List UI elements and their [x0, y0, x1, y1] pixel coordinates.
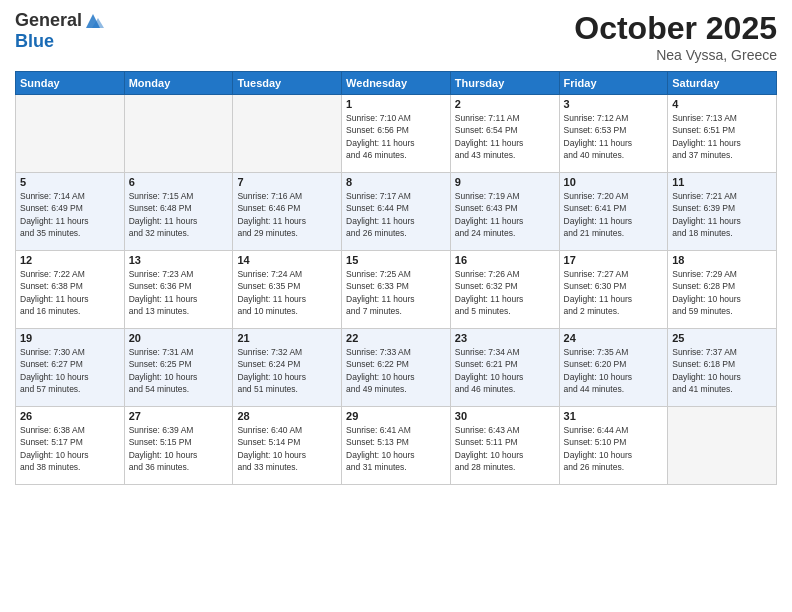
week-row-3: 12Sunrise: 7:22 AM Sunset: 6:38 PM Dayli…	[16, 251, 777, 329]
calendar-cell: 17Sunrise: 7:27 AM Sunset: 6:30 PM Dayli…	[559, 251, 668, 329]
header-row: SundayMondayTuesdayWednesdayThursdayFrid…	[16, 72, 777, 95]
calendar-cell: 14Sunrise: 7:24 AM Sunset: 6:35 PM Dayli…	[233, 251, 342, 329]
week-row-2: 5Sunrise: 7:14 AM Sunset: 6:49 PM Daylig…	[16, 173, 777, 251]
logo-icon	[82, 10, 104, 32]
day-info: Sunrise: 7:11 AM Sunset: 6:54 PM Dayligh…	[455, 112, 555, 161]
day-number: 1	[346, 98, 446, 110]
calendar-cell: 29Sunrise: 6:41 AM Sunset: 5:13 PM Dayli…	[342, 407, 451, 485]
day-number: 2	[455, 98, 555, 110]
month-title: October 2025	[574, 10, 777, 47]
calendar-cell: 12Sunrise: 7:22 AM Sunset: 6:38 PM Dayli…	[16, 251, 125, 329]
calendar-cell: 27Sunrise: 6:39 AM Sunset: 5:15 PM Dayli…	[124, 407, 233, 485]
day-number: 21	[237, 332, 337, 344]
day-number: 9	[455, 176, 555, 188]
calendar-cell: 11Sunrise: 7:21 AM Sunset: 6:39 PM Dayli…	[668, 173, 777, 251]
calendar-cell: 30Sunrise: 6:43 AM Sunset: 5:11 PM Dayli…	[450, 407, 559, 485]
calendar-cell: 6Sunrise: 7:15 AM Sunset: 6:48 PM Daylig…	[124, 173, 233, 251]
calendar-cell: 25Sunrise: 7:37 AM Sunset: 6:18 PM Dayli…	[668, 329, 777, 407]
calendar-cell: 2Sunrise: 7:11 AM Sunset: 6:54 PM Daylig…	[450, 95, 559, 173]
col-header-thursday: Thursday	[450, 72, 559, 95]
day-info: Sunrise: 7:14 AM Sunset: 6:49 PM Dayligh…	[20, 190, 120, 239]
day-number: 27	[129, 410, 229, 422]
col-header-friday: Friday	[559, 72, 668, 95]
day-info: Sunrise: 7:27 AM Sunset: 6:30 PM Dayligh…	[564, 268, 664, 317]
calendar-cell: 7Sunrise: 7:16 AM Sunset: 6:46 PM Daylig…	[233, 173, 342, 251]
logo-text-blue: Blue	[15, 32, 54, 52]
day-number: 3	[564, 98, 664, 110]
logo-text-general: General	[15, 11, 82, 31]
day-number: 8	[346, 176, 446, 188]
day-number: 22	[346, 332, 446, 344]
day-info: Sunrise: 7:17 AM Sunset: 6:44 PM Dayligh…	[346, 190, 446, 239]
calendar-cell: 5Sunrise: 7:14 AM Sunset: 6:49 PM Daylig…	[16, 173, 125, 251]
day-info: Sunrise: 6:39 AM Sunset: 5:15 PM Dayligh…	[129, 424, 229, 473]
day-info: Sunrise: 6:44 AM Sunset: 5:10 PM Dayligh…	[564, 424, 664, 473]
day-info: Sunrise: 7:37 AM Sunset: 6:18 PM Dayligh…	[672, 346, 772, 395]
day-number: 24	[564, 332, 664, 344]
day-info: Sunrise: 7:20 AM Sunset: 6:41 PM Dayligh…	[564, 190, 664, 239]
day-info: Sunrise: 7:24 AM Sunset: 6:35 PM Dayligh…	[237, 268, 337, 317]
col-header-saturday: Saturday	[668, 72, 777, 95]
day-number: 16	[455, 254, 555, 266]
day-number: 19	[20, 332, 120, 344]
day-number: 5	[20, 176, 120, 188]
day-number: 17	[564, 254, 664, 266]
calendar-cell: 3Sunrise: 7:12 AM Sunset: 6:53 PM Daylig…	[559, 95, 668, 173]
day-number: 6	[129, 176, 229, 188]
day-number: 13	[129, 254, 229, 266]
calendar-cell: 13Sunrise: 7:23 AM Sunset: 6:36 PM Dayli…	[124, 251, 233, 329]
day-info: Sunrise: 6:38 AM Sunset: 5:17 PM Dayligh…	[20, 424, 120, 473]
calendar-cell	[668, 407, 777, 485]
day-number: 30	[455, 410, 555, 422]
day-info: Sunrise: 7:16 AM Sunset: 6:46 PM Dayligh…	[237, 190, 337, 239]
title-block: October 2025 Nea Vyssa, Greece	[574, 10, 777, 63]
calendar-cell: 10Sunrise: 7:20 AM Sunset: 6:41 PM Dayli…	[559, 173, 668, 251]
day-info: Sunrise: 7:31 AM Sunset: 6:25 PM Dayligh…	[129, 346, 229, 395]
day-info: Sunrise: 7:13 AM Sunset: 6:51 PM Dayligh…	[672, 112, 772, 161]
day-info: Sunrise: 7:10 AM Sunset: 6:56 PM Dayligh…	[346, 112, 446, 161]
calendar-cell: 4Sunrise: 7:13 AM Sunset: 6:51 PM Daylig…	[668, 95, 777, 173]
week-row-4: 19Sunrise: 7:30 AM Sunset: 6:27 PM Dayli…	[16, 329, 777, 407]
calendar-cell: 19Sunrise: 7:30 AM Sunset: 6:27 PM Dayli…	[16, 329, 125, 407]
week-row-5: 26Sunrise: 6:38 AM Sunset: 5:17 PM Dayli…	[16, 407, 777, 485]
day-number: 4	[672, 98, 772, 110]
day-number: 29	[346, 410, 446, 422]
calendar-cell: 15Sunrise: 7:25 AM Sunset: 6:33 PM Dayli…	[342, 251, 451, 329]
day-info: Sunrise: 7:30 AM Sunset: 6:27 PM Dayligh…	[20, 346, 120, 395]
day-info: Sunrise: 7:26 AM Sunset: 6:32 PM Dayligh…	[455, 268, 555, 317]
day-number: 23	[455, 332, 555, 344]
day-number: 26	[20, 410, 120, 422]
calendar-cell: 28Sunrise: 6:40 AM Sunset: 5:14 PM Dayli…	[233, 407, 342, 485]
calendar-cell: 26Sunrise: 6:38 AM Sunset: 5:17 PM Dayli…	[16, 407, 125, 485]
calendar-cell: 20Sunrise: 7:31 AM Sunset: 6:25 PM Dayli…	[124, 329, 233, 407]
calendar-cell	[16, 95, 125, 173]
day-info: Sunrise: 7:22 AM Sunset: 6:38 PM Dayligh…	[20, 268, 120, 317]
day-info: Sunrise: 7:35 AM Sunset: 6:20 PM Dayligh…	[564, 346, 664, 395]
calendar-cell	[124, 95, 233, 173]
day-number: 11	[672, 176, 772, 188]
day-number: 7	[237, 176, 337, 188]
day-number: 12	[20, 254, 120, 266]
day-number: 15	[346, 254, 446, 266]
page: General Blue October 2025 Nea Vyssa, Gre…	[0, 0, 792, 612]
day-info: Sunrise: 6:43 AM Sunset: 5:11 PM Dayligh…	[455, 424, 555, 473]
day-info: Sunrise: 7:12 AM Sunset: 6:53 PM Dayligh…	[564, 112, 664, 161]
calendar-cell: 31Sunrise: 6:44 AM Sunset: 5:10 PM Dayli…	[559, 407, 668, 485]
day-info: Sunrise: 7:21 AM Sunset: 6:39 PM Dayligh…	[672, 190, 772, 239]
location: Nea Vyssa, Greece	[574, 47, 777, 63]
week-row-1: 1Sunrise: 7:10 AM Sunset: 6:56 PM Daylig…	[16, 95, 777, 173]
calendar-table: SundayMondayTuesdayWednesdayThursdayFrid…	[15, 71, 777, 485]
col-header-tuesday: Tuesday	[233, 72, 342, 95]
day-info: Sunrise: 7:23 AM Sunset: 6:36 PM Dayligh…	[129, 268, 229, 317]
day-number: 31	[564, 410, 664, 422]
col-header-wednesday: Wednesday	[342, 72, 451, 95]
calendar-cell: 21Sunrise: 7:32 AM Sunset: 6:24 PM Dayli…	[233, 329, 342, 407]
calendar-cell: 22Sunrise: 7:33 AM Sunset: 6:22 PM Dayli…	[342, 329, 451, 407]
day-number: 18	[672, 254, 772, 266]
calendar-cell: 9Sunrise: 7:19 AM Sunset: 6:43 PM Daylig…	[450, 173, 559, 251]
day-info: Sunrise: 7:25 AM Sunset: 6:33 PM Dayligh…	[346, 268, 446, 317]
col-header-monday: Monday	[124, 72, 233, 95]
calendar-cell: 1Sunrise: 7:10 AM Sunset: 6:56 PM Daylig…	[342, 95, 451, 173]
day-number: 14	[237, 254, 337, 266]
logo: General Blue	[15, 10, 104, 52]
